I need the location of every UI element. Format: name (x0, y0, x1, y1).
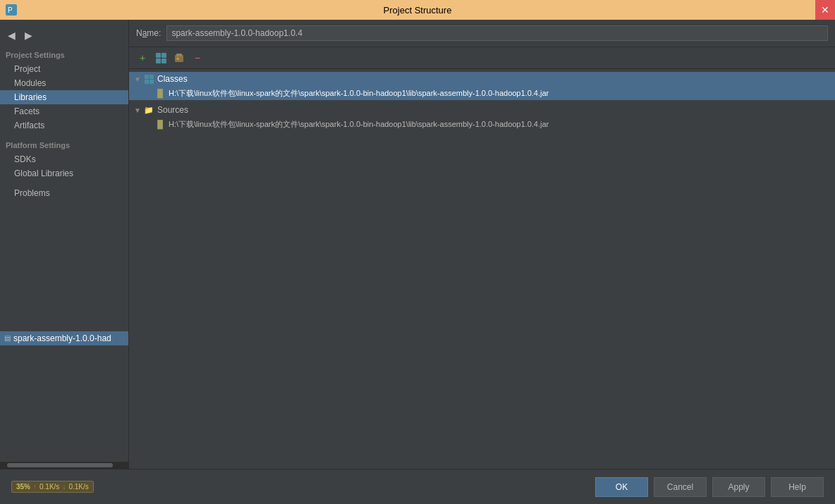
back-button[interactable]: ◀ (4, 28, 18, 42)
network-widget: 35% ↑ 0.1K/s ↓ 0.1K/s (11, 481, 94, 493)
tree-area: ▼ Classes ▐▌ H:\下载\linux软件包\linux-spark的… (129, 69, 835, 469)
cpu-percent: 35% (16, 483, 30, 491)
library-item[interactable]: ▤ spark-assembly-1.0.0-had (0, 331, 128, 345)
horizontal-scrollbar[interactable] (0, 462, 128, 469)
library-list: ▤ spark-assembly-1.0.0-had (0, 331, 128, 462)
sidebar-item-modules[interactable]: Modules (0, 76, 128, 90)
sidebar: ◀ ▶ Project Settings Project Modules Lib… (0, 20, 129, 469)
classes-icon (143, 73, 154, 85)
sidebar-item-problems[interactable]: Problems (0, 186, 128, 200)
cancel-button[interactable]: Cancel (654, 477, 707, 497)
svg-text:+: + (176, 56, 179, 61)
classes-label: Classes (157, 74, 188, 84)
svg-text:+: + (159, 61, 162, 63)
add-jar-button[interactable]: + (171, 50, 187, 66)
sidebar-item-sdks[interactable]: SDKs (0, 152, 128, 166)
sources-jar-icon: ▐▌ (154, 118, 166, 130)
upload-arrow: ↑ (33, 483, 37, 491)
sidebar-item-libraries[interactable]: Libraries (0, 90, 128, 104)
sources-child-label: H:\下载\linux软件包\linux-spark的文件\spark\spar… (169, 119, 549, 130)
download-speed: 0.1K/s (68, 483, 88, 491)
name-input[interactable] (166, 25, 828, 41)
platform-settings-header: Platform Settings (0, 138, 128, 152)
app-icon: P (6, 4, 17, 16)
svg-rect-3 (161, 53, 166, 58)
classes-child-node[interactable]: ▐▌ H:\下载\linux软件包\linux-spark的文件\spark\s… (129, 86, 835, 100)
content-toolbar: + + + − (129, 47, 835, 69)
sources-tree-node[interactable]: ▼ 📁 Sources (129, 103, 835, 117)
name-row: Name: (129, 20, 835, 47)
title-bar: P Project Structure ✕ (0, 0, 835, 20)
sidebar-item-artifacts[interactable]: Artifacts (0, 118, 128, 133)
sidebar-item-facets[interactable]: Facets (0, 104, 128, 118)
classes-expand-arrow: ▼ (133, 75, 142, 83)
dialog-title: Project Structure (384, 5, 452, 16)
svg-rect-5 (161, 59, 166, 63)
upload-speed: 0.1K/s (39, 483, 59, 491)
help-button[interactable]: Help (771, 477, 824, 497)
ok-button[interactable]: OK (595, 477, 648, 497)
download-arrow: ↓ (62, 483, 66, 491)
add-button[interactable]: + (135, 50, 150, 66)
scrollbar-thumb[interactable] (7, 463, 113, 467)
jar-file-icon: ▐▌ (154, 87, 166, 99)
sidebar-item-global-libraries[interactable]: Global Libraries (0, 166, 128, 180)
apply-button[interactable]: Apply (712, 477, 765, 497)
forward-button[interactable]: ▶ (21, 28, 35, 42)
classes-tree-node[interactable]: ▼ Classes (129, 72, 835, 86)
sidebar-toolbar: ◀ ▶ (0, 25, 128, 45)
bottom-bar: 35% ↑ 0.1K/s ↓ 0.1K/s OK Cancel Apply He… (0, 469, 835, 504)
svg-text:P: P (8, 6, 13, 14)
sources-folder-icon: 📁 (143, 104, 154, 116)
remove-button[interactable]: − (190, 50, 205, 66)
add-class-button[interactable]: + (153, 50, 169, 66)
close-button[interactable]: ✕ (815, 0, 835, 20)
content-area: Name: + + + (129, 20, 835, 469)
classes-child-label: H:\下载\linux软件包\linux-spark的文件\spark\spar… (169, 88, 549, 99)
svg-rect-2 (156, 53, 161, 58)
project-settings-header: Project Settings (0, 48, 128, 62)
sidebar-item-project[interactable]: Project (0, 62, 128, 76)
main-layout: ◀ ▶ Project Settings Project Modules Lib… (0, 20, 835, 469)
name-label: Name: (136, 28, 161, 38)
sources-child-node[interactable]: ▐▌ H:\下载\linux软件包\linux-spark的文件\spark\s… (129, 117, 835, 131)
sources-expand-arrow: ▼ (133, 106, 142, 114)
library-item-label: spark-assembly-1.0.0-had (13, 333, 111, 343)
sources-label: Sources (157, 105, 188, 115)
library-icon: ▤ (4, 334, 11, 342)
